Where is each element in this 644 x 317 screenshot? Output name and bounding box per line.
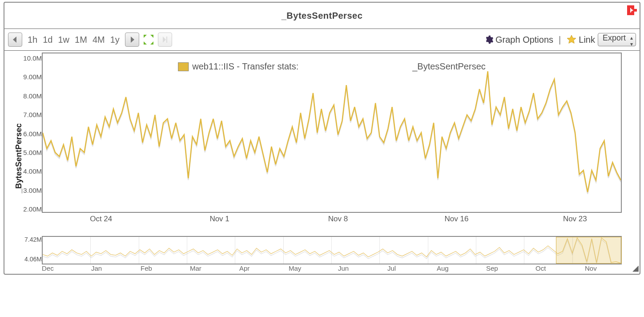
- legend-swatch: [178, 62, 189, 71]
- x-tick: Oct 24: [42, 215, 160, 224]
- overview-x-tick: Oct: [535, 264, 585, 272]
- svg-marker-4: [13, 37, 16, 43]
- nav-forward-button[interactable]: [125, 33, 139, 47]
- toolbar-separator: |: [559, 35, 561, 45]
- y-tick: 6.00M: [23, 130, 42, 138]
- svg-marker-7: [150, 35, 153, 38]
- range-1y[interactable]: 1y: [110, 35, 120, 45]
- graph-options-label: Graph Options: [495, 35, 553, 45]
- overview-x-tick: Jan: [91, 264, 141, 272]
- step-forward-icon: [162, 37, 168, 43]
- panel-title: _BytesSentPersec: [282, 11, 363, 21]
- close-icon: [627, 5, 637, 15]
- y-tick: 2.00M: [23, 205, 42, 213]
- overview-y-tick: 4.06M: [24, 256, 42, 263]
- export-select[interactable]: Export ▴▾: [598, 33, 636, 46]
- overview-x-tick: Apr: [239, 264, 289, 272]
- overview-plot[interactable]: [42, 236, 622, 264]
- main-plot[interactable]: web11::IIS - Transfer stats: _BytesSentP…: [42, 53, 622, 213]
- x-tick: Nov 23: [516, 215, 634, 224]
- overview-x-tick: Jun: [338, 264, 387, 272]
- y-tick: 10.0M: [23, 54, 42, 62]
- close-button[interactable]: [627, 5, 637, 17]
- overview-x-tick: Mar: [190, 264, 239, 272]
- x-tick: Nov 8: [279, 215, 397, 224]
- title-bar: _BytesSentPersec: [4, 3, 640, 29]
- overview-y-ticks: 7.42M 4.06M: [10, 236, 42, 263]
- nav-back-button[interactable]: [8, 33, 22, 47]
- link-button[interactable]: Link: [566, 34, 595, 45]
- svg-rect-2: [630, 8, 631, 12]
- x-tick: Nov 1: [160, 215, 278, 224]
- overview-x-tick: Aug: [437, 264, 486, 272]
- y-tick: 8.00M: [23, 92, 42, 100]
- overview-y-tick: 7.42M: [24, 236, 42, 243]
- overview-x-tick: Sep: [486, 264, 535, 272]
- overview-selection[interactable]: [556, 237, 622, 264]
- x-axis-ticks: Oct 24 Nov 1 Nov 8 Nov 16 Nov 23: [42, 215, 634, 224]
- arrow-left-icon: [12, 37, 18, 43]
- updown-icon: ▴▾: [630, 35, 633, 47]
- star-icon: [566, 34, 577, 45]
- toolbar: 1h 1d 1w 1M 4M 1y Graph Options | Link E…: [4, 29, 640, 51]
- series-line: [43, 53, 621, 212]
- gear-icon: [484, 35, 494, 45]
- legend-text-suffix: _BytesSentPersec: [412, 61, 486, 72]
- overview-x-tick: May: [289, 264, 338, 272]
- range-1h[interactable]: 1h: [28, 35, 37, 45]
- y-axis-title: _BytesSentPersec: [14, 123, 24, 193]
- legend-text-prefix: web11::IIS - Transfer stats:: [192, 61, 298, 72]
- chart-area: _BytesSentPersec 10.0M 9.00M 8.00M 7.00M…: [4, 51, 640, 274]
- svg-marker-5: [131, 37, 134, 43]
- arrow-right-icon: [129, 37, 135, 43]
- link-label: Link: [579, 35, 595, 45]
- graph-options-link[interactable]: Graph Options: [484, 35, 553, 45]
- y-tick: 7.00M: [23, 111, 42, 118]
- y-tick: 4.00M: [23, 167, 42, 175]
- overview-x-tick: Dec: [42, 264, 91, 272]
- y-tick: 9.00M: [23, 73, 42, 81]
- overview-x-tick: Nov: [585, 264, 634, 272]
- y-tick: 5.00M: [23, 149, 42, 156]
- expand-icon: [144, 35, 153, 45]
- svg-rect-1: [634, 9, 637, 12]
- range-1w[interactable]: 1w: [58, 35, 70, 45]
- svg-marker-9: [150, 41, 153, 45]
- overview-x-tick: Feb: [141, 264, 190, 272]
- svg-marker-8: [144, 41, 147, 45]
- svg-marker-6: [144, 35, 147, 38]
- overview-x-tick: Jul: [387, 264, 437, 272]
- overview-x-ticks: Dec Jan Feb Mar Apr May Jun Jul Aug Sep …: [42, 264, 634, 272]
- y-tick: 3.00M: [23, 187, 42, 194]
- svg-marker-10: [163, 37, 166, 43]
- x-tick: Nov 16: [397, 215, 515, 224]
- range-1d[interactable]: 1d: [43, 35, 52, 45]
- range-4M[interactable]: 4M: [93, 35, 105, 45]
- nav-end-button: [158, 33, 172, 47]
- series-legend[interactable]: web11::IIS - Transfer stats: _BytesSentP…: [178, 61, 486, 72]
- time-range-links: 1h 1d 1w 1M 4M 1y: [28, 35, 120, 45]
- fullscreen-button[interactable]: [142, 33, 155, 46]
- range-1M[interactable]: 1M: [75, 35, 87, 45]
- graph-panel: _BytesSentPersec 1h 1d 1w 1M 4M 1y Gr: [4, 2, 640, 275]
- resize-handle[interactable]: ◢: [632, 263, 639, 273]
- svg-rect-11: [166, 37, 167, 43]
- export-label: Export: [603, 33, 626, 42]
